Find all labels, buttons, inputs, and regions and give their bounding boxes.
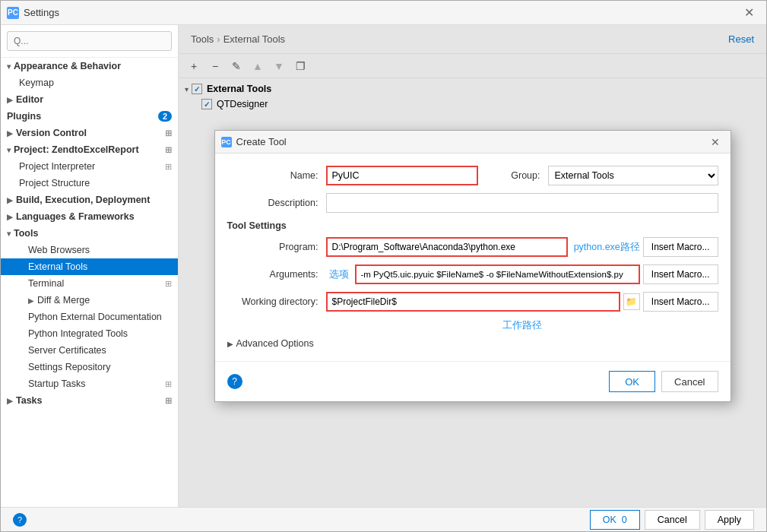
- working-dir-label: Working directory:: [227, 296, 326, 307]
- sidebar-item-external-tools[interactable]: External Tools: [1, 258, 178, 275]
- search-input[interactable]: [7, 31, 172, 51]
- cancel-button[interactable]: Cancel: [645, 510, 700, 530]
- expand-icon: ▾: [7, 230, 11, 238]
- icon-badge4: ⊞: [165, 279, 172, 289]
- sidebar-item-project-interpreter[interactable]: Project Interpreter ⊞: [1, 158, 178, 175]
- description-label: Description:: [227, 198, 326, 208]
- working-dir-input[interactable]: [326, 292, 620, 312]
- program-input[interactable]: [326, 237, 568, 257]
- app-icon: PC: [7, 7, 19, 19]
- sidebar-item-startup-tasks[interactable]: Startup Tasks ⊞: [1, 375, 178, 392]
- window-title: Settings: [24, 7, 59, 18]
- insert-macro-args[interactable]: Insert Macro...: [643, 264, 718, 284]
- modal-close-button[interactable]: ✕: [706, 135, 724, 150]
- arguments-row: Arguments: 选项 Insert Macro...: [227, 264, 718, 284]
- insert-macro-working[interactable]: Insert Macro...: [643, 292, 718, 312]
- args-prefix-annotation: 选项: [329, 268, 349, 281]
- icon-badge3: ⊞: [165, 162, 172, 172]
- search-box: [1, 25, 178, 58]
- sidebar-item-project[interactable]: ▾ Project: ZendtoExcelReport ⊞: [1, 141, 178, 158]
- sidebar-item-tools[interactable]: ▾ Tools: [1, 225, 178, 242]
- sidebar-item-project-structure[interactable]: Project Structure: [1, 175, 178, 192]
- sidebar-item-appearance[interactable]: ▾ Appearance & Behavior: [1, 58, 178, 74]
- content-area: Tools › External Tools Reset + − ✎ ▲ ▼ ❐…: [179, 25, 766, 507]
- advanced-arrow-icon: ▶: [227, 340, 233, 348]
- create-tool-modal: PC Create Tool ✕ Name: Gro: [214, 130, 731, 402]
- folder-browse-button[interactable]: 📁: [623, 293, 640, 310]
- program-row: Program: python.exe路径 Insert Macro...: [227, 237, 718, 257]
- modal-help-button[interactable]: ?: [227, 374, 242, 389]
- expand-icon: ▶: [7, 213, 13, 221]
- name-group-row: Name: Group: External Tools: [227, 166, 718, 185]
- sidebar-item-web-browsers[interactable]: Web Browsers: [1, 242, 178, 258]
- working-dir-row: Working directory: 📁 Insert Macro...: [227, 292, 718, 312]
- program-annotation: python.exe路径: [574, 241, 640, 254]
- sidebar-item-python-ext-doc[interactable]: Python External Documentation: [1, 309, 178, 325]
- modal-titlebar: PC Create Tool ✕: [215, 131, 731, 154]
- sidebar-item-plugins[interactable]: Plugins 2: [1, 108, 178, 125]
- icon-badge6: ⊞: [165, 396, 172, 406]
- sidebar-item-terminal[interactable]: Terminal ⊞: [1, 275, 178, 292]
- name-input[interactable]: [326, 166, 478, 185]
- icon-badge: ⊞: [165, 128, 172, 138]
- expand-icon: ▶: [7, 397, 13, 405]
- modal-title: Create Tool: [236, 136, 287, 147]
- sidebar-item-python-integrated[interactable]: Python Integrated Tools: [1, 325, 178, 342]
- sidebar-item-build[interactable]: ▶ Build, Execution, Deployment: [1, 192, 178, 208]
- sidebar-item-tasks[interactable]: ▶ Tasks ⊞: [1, 392, 178, 409]
- modal-cancel-button[interactable]: Cancel: [661, 371, 718, 392]
- modal-overlay: PC Create Tool ✕ Name: Gro: [179, 25, 766, 507]
- apply-button[interactable]: Apply: [705, 510, 754, 530]
- bottom-bar: ? OK 0 Cancel Apply: [1, 507, 766, 531]
- modal-ok-button[interactable]: OK: [609, 371, 655, 392]
- sidebar-item-settings-repo[interactable]: Settings Repository: [1, 359, 178, 375]
- sidebar-item-editor[interactable]: ▶ Editor: [1, 91, 178, 108]
- expand-icon: ▾: [7, 62, 11, 71]
- sidebar: ▾ Appearance & Behavior Keymap ▶ Editor …: [1, 25, 179, 507]
- sidebar-item-version-control[interactable]: ▶ Version Control ⊞: [1, 125, 178, 141]
- program-label: Program:: [227, 242, 326, 252]
- settings-window: PC Settings ✕ ▾ Appearance & Behavior Ke…: [0, 0, 767, 532]
- sidebar-item-server-certs[interactable]: Server Certificates: [1, 342, 178, 359]
- expand-icon: ▶: [7, 129, 13, 138]
- arguments-input[interactable]: [355, 264, 640, 284]
- working-annotation: 工作路径: [502, 319, 542, 332]
- advanced-options[interactable]: ▶ Advanced Options: [227, 338, 718, 349]
- description-row: Description:: [227, 193, 718, 213]
- name-label: Name:: [227, 170, 326, 181]
- expand-icon: ▶: [7, 96, 13, 104]
- sidebar-item-keymap[interactable]: Keymap: [1, 74, 178, 91]
- advanced-label: Advanced Options: [236, 338, 314, 349]
- icon-badge5: ⊞: [165, 379, 172, 389]
- ok-button[interactable]: OK 0: [590, 510, 640, 530]
- close-button[interactable]: ✕: [738, 2, 760, 23]
- help-button[interactable]: ?: [13, 513, 27, 527]
- arguments-label: Arguments:: [227, 269, 326, 280]
- titlebar: PC Settings ✕: [1, 1, 766, 25]
- expand-icon: ▾: [7, 146, 11, 154]
- modal-icon: PC: [221, 137, 232, 147]
- plugins-badge: 2: [158, 111, 172, 122]
- main-content: ▾ Appearance & Behavior Keymap ▶ Editor …: [1, 25, 766, 507]
- description-input[interactable]: [326, 193, 718, 213]
- expand-icon: ▶: [28, 296, 34, 305]
- group-select[interactable]: External Tools: [548, 166, 718, 185]
- modal-footer: ? OK Cancel: [215, 361, 731, 401]
- insert-macro-program[interactable]: Insert Macro...: [643, 237, 718, 257]
- expand-icon: ▶: [7, 196, 13, 204]
- sidebar-item-diff-merge[interactable]: ▶ Diff & Merge: [1, 292, 178, 309]
- group-label: Group:: [502, 170, 548, 181]
- modal-body: Name: Group: External Tools: [215, 154, 731, 361]
- icon-badge2: ⊞: [165, 145, 172, 155]
- sidebar-item-languages[interactable]: ▶ Languages & Frameworks: [1, 208, 178, 225]
- tool-settings-header: Tool Settings: [227, 220, 718, 231]
